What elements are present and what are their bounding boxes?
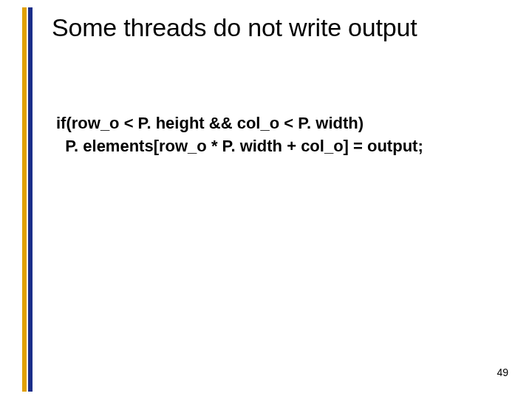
code-line-2: P. elements[row_o * P. width + col_o] = …	[56, 137, 423, 155]
slide-title: Some threads do not write output	[52, 13, 417, 42]
code-block: if(row_o < P. height && col_o < P. width…	[56, 112, 423, 158]
slide: Some threads do not write output if(row_…	[0, 0, 532, 399]
accent-bar-gold	[22, 7, 27, 392]
accent-bar-blue	[28, 7, 33, 392]
page-number: 49	[497, 366, 508, 378]
code-line-1: if(row_o < P. height && col_o < P. width…	[56, 114, 364, 132]
